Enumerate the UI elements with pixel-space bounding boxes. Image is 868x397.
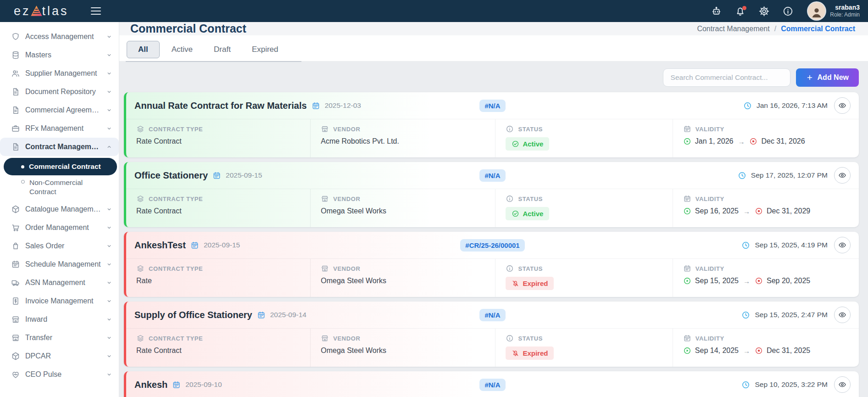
chevron-down-icon <box>106 89 112 95</box>
play-circle-icon <box>683 277 691 285</box>
package-icon <box>11 205 20 214</box>
sidebar-item-label: Transfer <box>25 334 101 342</box>
sidebar-item-label: ASN Management <box>25 279 101 287</box>
notifications-bell-icon[interactable] <box>734 6 746 17</box>
play-circle-icon <box>683 137 691 145</box>
contract-title: Ankesh <box>134 380 167 390</box>
sidebar-item-ceo-pulse[interactable]: CEO Pulse <box>0 365 119 384</box>
notification-dot <box>742 6 746 10</box>
sidebar-item-supplier-management[interactable]: Supplier Management <box>0 64 119 83</box>
chevron-down-icon <box>106 224 112 231</box>
contract-title: Annual Rate Contract for Raw Materials <box>134 101 307 111</box>
sidebar-item-access-management[interactable]: Access Management <box>0 28 119 46</box>
heart-pulse-icon <box>11 370 20 379</box>
gear-icon[interactable] <box>758 6 770 17</box>
add-new-button[interactable]: Add New <box>796 68 859 87</box>
sidebar-item-label: CEO Pulse <box>25 370 101 379</box>
contract-card: Office Stationery 2025-09-15 #N/A Sep 17… <box>124 162 859 227</box>
field-validity: VALIDITY Sep 16, 2025 → Dec 31, 2029 <box>673 189 859 227</box>
sidebar-item-order-management[interactable]: Order Management <box>0 218 119 237</box>
valid-from: Jan 1, 2026 <box>695 137 734 145</box>
valid-to: Dec 31, 2026 <box>761 137 805 145</box>
info-icon[interactable] <box>782 6 794 17</box>
view-button[interactable] <box>834 97 851 114</box>
contract-type-value: Rate <box>136 277 306 285</box>
sidebar-item-commercial-agreements[interactable]: Commercial Agreements <box>0 101 119 119</box>
sidebar-item-schedule-management[interactable]: Schedule Management <box>0 255 119 274</box>
sidebar-item-catalogue-management[interactable]: Catalogue Management <box>0 200 119 218</box>
tab-draft[interactable]: Draft <box>205 41 240 58</box>
stop-circle-icon <box>755 347 763 355</box>
tab-group: All Active Draft Expired <box>126 41 301 62</box>
avatar <box>808 2 825 20</box>
vendor-value: Acme Robotics Pvt. Ltd. <box>321 137 490 145</box>
chevron-down-icon <box>106 316 112 323</box>
sidebar: Access Management Masters Supplier Manag… <box>0 22 119 397</box>
sidebar-item-document-repository[interactable]: Document Repository <box>0 83 119 101</box>
stop-circle-icon <box>749 137 757 145</box>
sidebar-item-non-commercial-contract[interactable]: Non-Commercial Contract <box>21 178 90 196</box>
contract-card: AnkeshTest 2025-09-15 #CR/25-26/00001 Se… <box>124 232 859 297</box>
contract-ref-badge[interactable]: #CR/25-26/00001 <box>460 239 524 252</box>
breadcrumb-current[interactable]: Commercial Contract <box>781 25 855 33</box>
sidebar-item-label: Schedule Management <box>25 260 101 268</box>
main-content: Commercial Contract Contract Management … <box>119 22 868 397</box>
chevron-up-icon <box>106 144 112 150</box>
field-status: STATUS Expired <box>495 329 672 367</box>
view-button[interactable] <box>834 307 851 323</box>
info-icon <box>506 125 514 133</box>
tab-active[interactable]: Active <box>162 41 202 58</box>
chevron-down-icon <box>106 125 112 132</box>
sidebar-item-label: Inward <box>25 315 101 324</box>
sidebar-item-commercial-contract[interactable]: Commercial Contract <box>4 158 117 175</box>
search-input[interactable] <box>663 68 790 87</box>
calendar-icon <box>683 264 691 273</box>
app-logo[interactable]: eztlas <box>14 4 69 18</box>
view-button[interactable] <box>834 237 851 253</box>
user-menu[interactable]: sraban3 Role: Admin <box>808 2 860 20</box>
sidebar-item-asn-management[interactable]: ASN Management <box>0 274 119 292</box>
chevron-down-icon <box>106 52 112 58</box>
vendor-value: Omega Steel Works <box>321 277 490 285</box>
sidebar-item-contract-management[interactable]: Contract Management <box>0 138 119 156</box>
sidebar-item-masters[interactable]: Masters <box>0 46 119 64</box>
chevron-down-icon <box>106 261 112 268</box>
invoice-icon <box>11 296 20 306</box>
contract-date: 2025-09-15 <box>204 241 240 249</box>
field-status: STATUS Active <box>495 119 672 157</box>
cart-icon <box>11 223 20 232</box>
contract-type-value: Rate Contract <box>136 137 306 145</box>
document-icon <box>11 87 20 96</box>
truck-icon <box>11 278 20 287</box>
sidebar-item-label: RFx Management <box>25 124 101 133</box>
breadcrumb-parent[interactable]: Contract Management <box>697 25 769 33</box>
chevron-down-icon <box>106 353 112 359</box>
sidebar-item-invoice-management[interactable]: Invoice Management <box>0 292 119 310</box>
sidebar-group-contract-management: Contract Management <box>0 138 119 156</box>
view-button[interactable] <box>834 167 851 184</box>
assistant-bot-icon[interactable] <box>711 6 722 17</box>
tab-expired[interactable]: Expired <box>243 41 288 58</box>
hamburger-menu-icon[interactable] <box>91 7 101 15</box>
calendar-icon <box>683 334 691 342</box>
valid-from: Sep 16, 2025 <box>695 207 739 215</box>
sidebar-item-transfer[interactable]: Transfer <box>0 329 119 347</box>
field-vendor: VENDOR Acme Robotics Pvt. Ltd. <box>310 119 495 157</box>
tab-all[interactable]: All <box>127 41 160 58</box>
calendar-icon <box>212 171 221 180</box>
valid-to: Sep 20, 2025 <box>767 277 810 285</box>
check-circle-icon <box>512 140 519 148</box>
sidebar-item-label: Contract Management <box>25 143 101 151</box>
view-button[interactable] <box>834 376 851 393</box>
sidebar-item-sales-order[interactable]: Sales Order <box>0 237 119 255</box>
layers-icon <box>136 264 145 273</box>
field-validity: VALIDITY Sep 14, 2025 → Dec 31, 2025 <box>673 329 859 367</box>
bullet <box>21 180 25 184</box>
top-bar: eztlas sraban3 Role: Admin <box>0 0 868 22</box>
sidebar-item-rfx-management[interactable]: RFx Management <box>0 119 119 138</box>
sidebar-item-dpcar[interactable]: DPCAR <box>0 347 119 365</box>
sidebar-item-label: Order Management <box>25 224 101 232</box>
bell-slash-icon <box>512 280 519 287</box>
card-header: Ankesh 2025-09-10 #N/A Sep 10, 2025, 3:2… <box>126 371 859 397</box>
sidebar-item-inward[interactable]: Inward <box>0 310 119 329</box>
